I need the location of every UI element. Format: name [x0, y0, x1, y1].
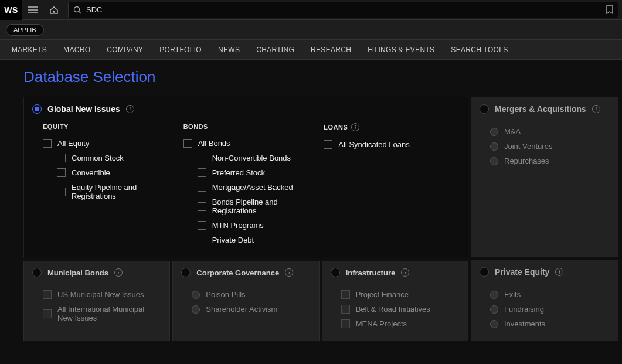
check-exits[interactable]: Exits: [490, 287, 609, 302]
svg-point-0: [74, 6, 80, 12]
page-title: Database Selection: [0, 60, 622, 97]
checkbox-icon: [341, 305, 350, 314]
label: MTN Programs: [212, 221, 264, 230]
col-header-equity: EQUITY: [43, 123, 178, 130]
info-icon[interactable]: i: [592, 105, 600, 113]
check-common-stock[interactable]: Common Stock: [43, 151, 178, 165]
radio-municipal-bonds[interactable]: [32, 268, 42, 277]
panel-title-ma: Mergers & Acquisitions: [495, 104, 586, 114]
radio-corpgov[interactable]: [181, 268, 191, 277]
check-equity-pipeline[interactable]: Equity Pipeline and Registrations: [43, 180, 178, 203]
check-mortgage-asset[interactable]: Mortgage/Asset Backed: [183, 180, 318, 195]
nav-macro[interactable]: MACRO: [63, 46, 90, 54]
label-all-loans: All Syndicated Loans: [338, 140, 409, 149]
check-all-syndicated-loans[interactable]: All Syndicated Loans: [324, 137, 458, 152]
label: Exits: [504, 290, 521, 299]
nav-news[interactable]: NEWS: [218, 46, 240, 54]
checkbox-icon: [57, 154, 66, 162]
nav-company[interactable]: COMPANY: [107, 46, 143, 54]
checkbox-icon: [324, 140, 332, 149]
label-all-equity: All Equity: [57, 139, 89, 148]
check-intl-muni[interactable]: All International Municipal New Issues: [43, 302, 160, 325]
check-us-muni[interactable]: US Municipal New Issues: [43, 287, 160, 302]
check-project-finance[interactable]: Project Finance: [341, 287, 458, 302]
check-repurchases[interactable]: Repurchases: [490, 154, 609, 168]
search-input[interactable]: [86, 5, 603, 14]
label: Preferred Stock: [212, 168, 265, 177]
check-ma[interactable]: M&A: [490, 124, 609, 139]
label: Fundraising: [504, 305, 544, 314]
info-icon[interactable]: i: [126, 105, 134, 113]
search-icon: [73, 6, 81, 14]
nav-filings[interactable]: FILINGS & EVENTS: [368, 46, 434, 54]
label: Poison Pills: [206, 290, 245, 299]
label: Project Finance: [356, 290, 409, 299]
checkbox-icon: [57, 168, 66, 177]
home-button[interactable]: [43, 0, 64, 20]
checkbox-icon: [43, 309, 52, 318]
checkbox-icon: [198, 236, 206, 244]
label: Belt & Road Initiatives: [356, 305, 430, 314]
checkbox-icon: [341, 290, 350, 299]
panel-title-muni: Municipal Bonds: [47, 268, 108, 277]
check-preferred-stock[interactable]: Preferred Stock: [183, 165, 318, 180]
info-icon[interactable]: i: [351, 123, 359, 131]
check-joint-ventures[interactable]: Joint Ventures: [490, 139, 609, 154]
panel-infrastructure: Infrastructure i Project Finance Belt & …: [322, 261, 468, 341]
label: Bonds Pipeline and Registrations: [212, 198, 318, 215]
check-poison-pills[interactable]: Poison Pills: [192, 287, 309, 302]
radio-icon: [490, 128, 498, 136]
radio-icon: [490, 305, 498, 314]
bookmark-button[interactable]: [606, 5, 613, 14]
col-header-bonds: BONDS: [183, 123, 318, 130]
label: Shareholder Activism: [206, 305, 277, 314]
label: Equity Pipeline and Registrations: [72, 183, 178, 200]
check-all-bonds[interactable]: All Bonds: [183, 136, 318, 151]
label: MENA Projects: [356, 319, 407, 328]
home-icon: [49, 5, 59, 15]
check-fundraising[interactable]: Fundraising: [490, 302, 609, 317]
panel-title-pe: Private Equity: [495, 267, 549, 277]
check-mtn-programs[interactable]: MTN Programs: [183, 218, 318, 233]
nav-charting[interactable]: CHARTING: [256, 46, 294, 54]
nav-search-tools[interactable]: SEARCH TOOLS: [451, 46, 508, 54]
check-all-equity[interactable]: All Equity: [43, 136, 178, 151]
label: Convertible: [72, 168, 110, 177]
app-chip[interactable]: APPLIB: [6, 24, 44, 36]
check-private-debt[interactable]: Private Debt: [183, 233, 318, 247]
nav-portfolio[interactable]: PORTFOLIO: [159, 46, 202, 54]
label: Investments: [504, 319, 545, 328]
radio-ma[interactable]: [480, 104, 489, 114]
panel-global-new-issues: Global New Issues i EQUITY All Equity Co…: [23, 97, 468, 258]
panel-mergers-acquisitions: Mergers & Acquisitions i M&A Joint Ventu…: [471, 97, 618, 257]
nav-research[interactable]: RESEARCH: [311, 46, 351, 54]
col-bonds: BONDS All Bonds Non-Convertible Bonds Pr…: [183, 123, 318, 247]
label: Common Stock: [72, 154, 124, 162]
menu-button[interactable]: [22, 0, 43, 20]
label: Non-Convertible Bonds: [212, 154, 291, 162]
check-belt-road[interactable]: Belt & Road Initiatives: [341, 302, 458, 317]
radio-pe[interactable]: [480, 267, 489, 277]
hamburger-icon: [28, 6, 38, 13]
radio-infrastructure[interactable]: [331, 268, 340, 277]
check-bonds-pipeline[interactable]: Bonds Pipeline and Registrations: [183, 195, 318, 218]
info-icon[interactable]: i: [285, 268, 293, 277]
checkbox-icon: [198, 154, 206, 162]
info-icon[interactable]: i: [401, 268, 409, 277]
info-icon[interactable]: i: [555, 268, 563, 276]
check-investments[interactable]: Investments: [490, 317, 609, 331]
panel-title-gni: Global New Issues: [47, 104, 120, 114]
nav-markets[interactable]: MARKETS: [12, 46, 47, 54]
check-shareholder-activism[interactable]: Shareholder Activism: [192, 302, 309, 317]
info-icon[interactable]: i: [114, 268, 123, 277]
check-mena[interactable]: MENA Projects: [341, 317, 458, 331]
radio-icon: [490, 291, 498, 299]
top-bar: WS: [0, 0, 622, 20]
radio-global-new-issues[interactable]: [32, 104, 42, 114]
checkbox-icon: [183, 139, 192, 148]
label: LOANS: [324, 124, 348, 131]
check-convertible[interactable]: Convertible: [43, 165, 178, 180]
label: Repurchases: [504, 157, 549, 165]
search-bar[interactable]: [68, 2, 618, 18]
check-nonconv-bonds[interactable]: Non-Convertible Bonds: [183, 151, 318, 165]
